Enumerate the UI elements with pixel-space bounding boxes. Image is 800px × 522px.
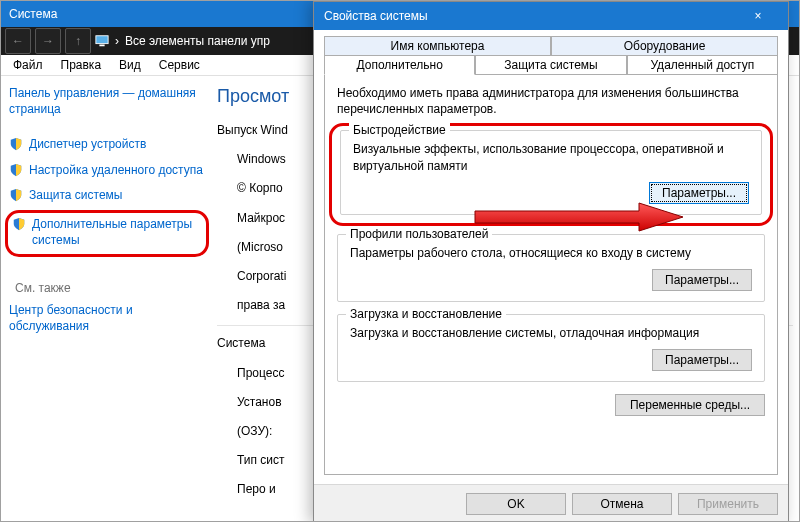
admin-intro-text: Необходимо иметь права администратора дл… xyxy=(337,85,765,117)
apply-button[interactable]: Применить xyxy=(678,493,778,515)
tab-protection[interactable]: Защита системы xyxy=(475,55,626,75)
sidebar: Панель управления — домашняя страница Ди… xyxy=(1,76,211,522)
environment-variables-button[interactable]: Переменные среды... xyxy=(615,394,765,416)
sidebar-see-also-label: Центр безопасности и обслуживания xyxy=(9,303,203,334)
sidebar-home-link[interactable]: Панель управления — домашняя страница xyxy=(9,86,203,117)
profiles-legend: Профили пользователей xyxy=(346,227,492,241)
profiles-settings-button[interactable]: Параметры... xyxy=(652,269,752,291)
menu-file[interactable]: Файл xyxy=(5,57,51,73)
dialog-title: Свойства системы xyxy=(324,9,738,23)
shield-icon xyxy=(12,217,26,231)
tab-advanced[interactable]: Дополнительно xyxy=(324,55,475,75)
startup-desc: Загрузка и восстановление системы, отлад… xyxy=(350,325,752,341)
dialog-titlebar: Свойства системы × xyxy=(314,2,788,30)
menu-view[interactable]: Вид xyxy=(111,57,149,73)
sidebar-item-protection[interactable]: Защита системы xyxy=(9,188,203,204)
menu-edit[interactable]: Правка xyxy=(53,57,110,73)
sidebar-home-label: Панель управления — домашняя страница xyxy=(9,86,203,117)
ok-button[interactable]: OK xyxy=(466,493,566,515)
performance-group: Быстродействие Визуальные эффекты, испол… xyxy=(340,130,762,214)
tab-page-advanced: Необходимо иметь права администратора дл… xyxy=(324,75,778,475)
monitor-icon xyxy=(95,34,109,48)
startup-group: Загрузка и восстановление Загрузка и вос… xyxy=(337,314,765,382)
sidebar-see-also-link[interactable]: Центр безопасности и обслуживания xyxy=(9,303,203,334)
cancel-button[interactable]: Отмена xyxy=(572,493,672,515)
profiles-desc: Параметры рабочего стола, относящиеся ко… xyxy=(350,245,752,261)
highlight-performance-group: Быстродействие Визуальные эффекты, испол… xyxy=(329,123,773,225)
profiles-group: Профили пользователей Параметры рабочего… xyxy=(337,234,765,302)
sidebar-item-remote[interactable]: Настройка удаленного доступа xyxy=(9,163,203,179)
shield-icon xyxy=(9,163,23,177)
sidebar-item-label: Диспетчер устройств xyxy=(29,137,146,153)
tab-computer-name[interactable]: Имя компьютера xyxy=(324,36,551,55)
startup-settings-button[interactable]: Параметры... xyxy=(652,349,752,371)
startup-legend: Загрузка и восстановление xyxy=(346,307,506,321)
tab-remote[interactable]: Удаленный доступ xyxy=(627,55,778,75)
system-properties-dialog: Свойства системы × Имя компьютера Оборуд… xyxy=(313,1,789,522)
nav-back-button[interactable]: ← xyxy=(5,28,31,54)
dialog-tabs: Имя компьютера Оборудование Дополнительн… xyxy=(324,36,778,75)
menu-tools[interactable]: Сервис xyxy=(151,57,208,73)
performance-legend: Быстродействие xyxy=(349,123,450,137)
sidebar-item-label: Настройка удаленного доступа xyxy=(29,163,203,179)
sidebar-item-label: Дополнительные параметры системы xyxy=(32,217,200,248)
sidebar-item-advanced-system[interactable]: Дополнительные параметры системы xyxy=(12,217,200,248)
nav-forward-button[interactable]: → xyxy=(35,28,61,54)
highlight-advanced-system: Дополнительные параметры системы xyxy=(5,210,209,257)
screenshot-root: { "sysWindow": { "title": "Система", "br… xyxy=(0,0,800,522)
breadcrumb-text: Все элементы панели упр xyxy=(125,34,270,48)
sidebar-item-device-manager[interactable]: Диспетчер устройств xyxy=(9,137,203,153)
shield-icon xyxy=(9,137,23,151)
svg-rect-0 xyxy=(96,36,108,44)
breadcrumb[interactable]: › Все элементы панели упр xyxy=(95,34,270,48)
svg-rect-1 xyxy=(99,45,104,47)
dialog-footer: OK Отмена Применить xyxy=(314,484,788,522)
see-also-header: См. также xyxy=(15,281,203,295)
performance-settings-button[interactable]: Параметры... xyxy=(649,182,749,204)
performance-desc: Визуальные эффекты, использование процес… xyxy=(353,141,749,173)
dialog-close-button[interactable]: × xyxy=(738,2,778,30)
sidebar-item-label: Защита системы xyxy=(29,188,122,204)
nav-up-button[interactable]: ↑ xyxy=(65,28,91,54)
shield-icon xyxy=(9,188,23,202)
tab-hardware[interactable]: Оборудование xyxy=(551,36,778,55)
